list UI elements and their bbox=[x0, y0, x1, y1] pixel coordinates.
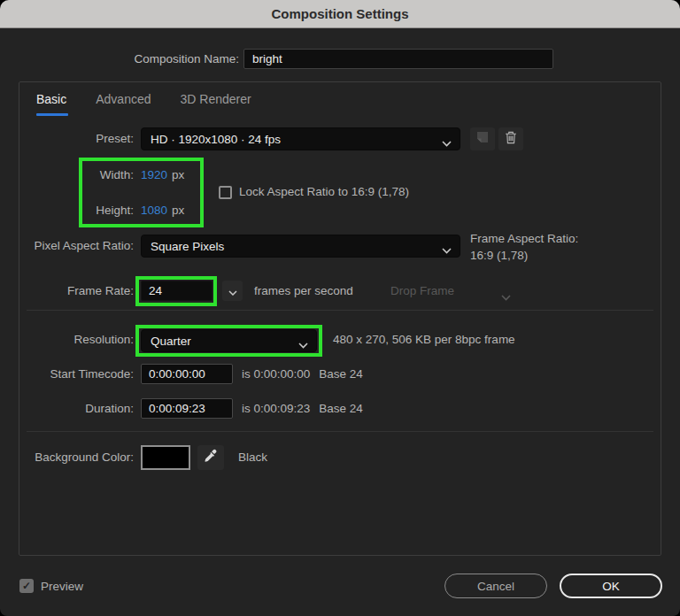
composition-name-input[interactable] bbox=[243, 49, 553, 69]
active-tab-underline bbox=[36, 113, 68, 116]
frame-rate-label: Frame Rate: bbox=[19, 283, 134, 299]
separator bbox=[27, 431, 653, 432]
background-color-name: Black bbox=[238, 450, 267, 466]
width-value[interactable]: 1920px bbox=[141, 167, 184, 183]
tab-bar: Basic Advanced 3D Renderer bbox=[36, 92, 251, 106]
tab-basic[interactable]: Basic bbox=[36, 92, 66, 106]
pixel-aspect-ratio-label: Pixel Aspect Ratio: bbox=[19, 238, 134, 254]
composition-name-label: Composition Name: bbox=[0, 52, 239, 65]
separator bbox=[27, 310, 653, 311]
dialog-title: Composition Settings bbox=[272, 6, 409, 21]
background-color-label: Background Color: bbox=[19, 450, 134, 466]
preview-checkbox[interactable]: ✓ bbox=[19, 579, 34, 593]
preset-dropdown[interactable]: HD · 1920x1080 · 24 fps bbox=[141, 127, 460, 150]
chevron-down-icon bbox=[442, 136, 452, 150]
frame-rate-preset-button[interactable] bbox=[222, 281, 243, 301]
cancel-button[interactable]: Cancel bbox=[444, 574, 547, 598]
start-timecode-info: is 0:00:00:00Base 24 bbox=[242, 366, 363, 382]
duration-info: is 0:00:09:23Base 24 bbox=[242, 401, 363, 417]
eyedropper-icon bbox=[204, 449, 218, 466]
chevron-down-icon bbox=[228, 283, 237, 299]
frame-aspect-ratio-label: Frame Aspect Ratio: bbox=[470, 230, 578, 247]
width-label: Width: bbox=[19, 167, 134, 183]
dialog-body: Composition Name: Basic Advanced 3D Rend… bbox=[0, 28, 680, 616]
chevron-down-icon bbox=[298, 338, 308, 351]
height-value[interactable]: 1080px bbox=[141, 203, 184, 219]
frame-rate-unit: frames per second bbox=[254, 283, 353, 299]
pixel-aspect-ratio-value: Square Pixels bbox=[151, 240, 224, 253]
tab-3d-renderer[interactable]: 3D Renderer bbox=[181, 92, 251, 106]
resolution-label: Resolution: bbox=[19, 332, 134, 348]
resolution-dropdown[interactable]: Quarter bbox=[141, 329, 317, 352]
background-color-swatch[interactable] bbox=[141, 445, 190, 470]
ok-button[interactable]: OK bbox=[560, 574, 662, 598]
trash-icon bbox=[505, 131, 517, 148]
duration-label: Duration: bbox=[19, 401, 134, 417]
title-bar[interactable]: Composition Settings bbox=[0, 0, 680, 28]
start-timecode-input[interactable] bbox=[141, 364, 233, 384]
lock-aspect-checkbox[interactable] bbox=[219, 186, 232, 199]
composition-settings-dialog: Composition Settings Composition Name: B… bbox=[0, 0, 680, 616]
lock-aspect-label: Lock Aspect Ratio to 16:9 (1,78) bbox=[239, 184, 409, 200]
preset-value: HD · 1920x1080 · 24 fps bbox=[151, 133, 281, 146]
resolution-info: 480 x 270, 506 KB per 8bpc frame bbox=[333, 332, 515, 348]
pixel-aspect-ratio-dropdown[interactable]: Square Pixels bbox=[141, 235, 460, 258]
settings-panel: Basic Advanced 3D Renderer Preset: HD · … bbox=[19, 81, 661, 556]
drop-frame-dropdown: Drop Frame bbox=[390, 283, 454, 299]
resolution-value: Quarter bbox=[151, 335, 191, 348]
delete-preset-button[interactable] bbox=[498, 127, 523, 150]
frame-rate-input[interactable] bbox=[141, 281, 212, 301]
start-timecode-label: Start Timecode: bbox=[19, 366, 134, 382]
preview-toggle[interactable]: ✓ Preview bbox=[19, 579, 83, 593]
preview-label: Preview bbox=[41, 580, 83, 593]
frame-aspect-ratio: Frame Aspect Ratio: 16:9 (1,78) bbox=[470, 230, 578, 264]
chevron-down-icon-disabled bbox=[501, 289, 511, 304]
chevron-down-icon bbox=[442, 243, 452, 257]
height-label: Height: bbox=[19, 203, 134, 219]
save-preset-icon bbox=[476, 131, 489, 147]
tab-advanced[interactable]: Advanced bbox=[96, 92, 151, 106]
save-preset-button[interactable] bbox=[470, 127, 495, 150]
eyedropper-button[interactable] bbox=[197, 445, 224, 470]
duration-input[interactable] bbox=[141, 398, 233, 419]
checkmark-icon: ✓ bbox=[22, 580, 31, 592]
preset-label: Preset: bbox=[19, 131, 134, 147]
frame-aspect-ratio-value: 16:9 (1,78) bbox=[470, 247, 578, 264]
